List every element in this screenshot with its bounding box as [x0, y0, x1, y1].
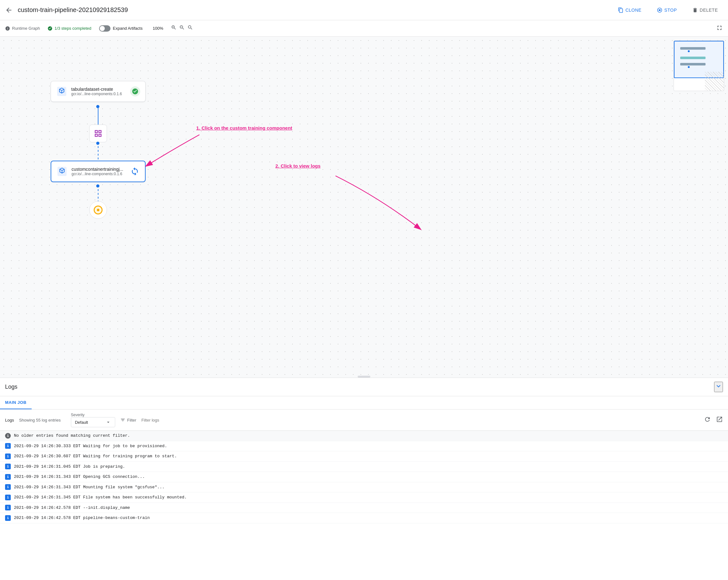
node2-icon — [56, 166, 68, 177]
node-tabulardataset[interactable]: tabulardataset-create gcr.io/...line-com… — [51, 81, 146, 102]
back-button[interactable] — [5, 6, 12, 14]
logs-tabs: MAIN JOB — [0, 396, 728, 410]
node1-sub: gcr.io/...line-components:0.1.6 — [71, 92, 126, 96]
steps-completed: 1/3 steps completed — [48, 26, 91, 31]
log-entry-0: i No older entries found matching curren… — [0, 431, 728, 441]
log-entry-8: i 2021-09-29 14:26:42.578 EDT pipeline-b… — [0, 513, 728, 523]
log-text-2: 2021-09-29 14:26:30.607 EDT Waiting for … — [14, 453, 177, 460]
delete-button[interactable]: DELETE — [687, 5, 723, 16]
log-entry-6: i 2021-09-29 14:26:31.345 EDT File syste… — [0, 492, 728, 503]
fullscreen-button[interactable] — [716, 24, 723, 32]
minimap-hatch — [705, 72, 724, 91]
log-text-7: 2021-09-29 14:26:42.578 EDT --init.displ… — [14, 505, 130, 511]
severity-label: Severity — [71, 413, 114, 417]
log-text-0: No older entries found matching current … — [14, 433, 130, 439]
node1-name: tabulardataset-create — [71, 87, 126, 92]
expand-artifacts-group: Expand Artifacts — [99, 25, 143, 32]
main-area: tabulardataset-create gcr.io/...line-com… — [0, 37, 728, 580]
node2-status — [130, 166, 140, 176]
filter-input[interactable] — [141, 418, 699, 422]
header: custom-train-pipeline-20210929182539 CLO… — [0, 0, 728, 20]
runtime-graph-label: Runtime Graph — [12, 26, 40, 31]
log-label: Logs — [5, 418, 14, 422]
connector-mid-2 — [98, 142, 99, 161]
toolbar: Runtime Graph 1/3 steps completed Expand… — [0, 20, 728, 37]
bottom-node-icon — [94, 205, 103, 214]
log-text-6: 2021-09-29 14:26:31.345 EDT File system … — [14, 494, 187, 501]
log-entry-7: i 2021-09-29 14:26:42.578 EDT --init.dis… — [0, 503, 728, 513]
resize-handle[interactable] — [358, 376, 370, 378]
logs-title: Logs — [5, 384, 18, 390]
pending-dot — [97, 209, 99, 211]
severity-select[interactable]: Default — [71, 417, 115, 427]
toolbar-right — [716, 24, 723, 32]
header-actions: CLONE STOP DELETE — [613, 5, 723, 16]
log-icon-4: i — [5, 474, 11, 480]
log-icon-2: i — [5, 453, 11, 459]
info-circle-icon: i — [5, 433, 11, 439]
dot-2 — [96, 142, 99, 145]
log-icon-6: i — [5, 495, 11, 500]
stop-label: STOP — [665, 7, 677, 12]
arrow-2 — [332, 173, 427, 236]
connector-2-bottom — [98, 185, 99, 201]
external-link-button[interactable] — [716, 416, 723, 424]
log-entry-4: i 2021-09-29 14:26:31.343 EDT Opening GC… — [0, 472, 728, 482]
zoom-level: 100% — [153, 26, 163, 31]
log-icon-1: i — [5, 443, 11, 449]
pipeline-title: custom-train-pipeline-20210929182539 — [18, 6, 613, 13]
tab-main-job[interactable]: MAIN JOB — [0, 396, 32, 409]
node1-status — [130, 86, 140, 96]
log-text-3: 2021-09-29 14:26:31.045 EDT Job is prepa… — [14, 464, 125, 470]
toggle-thumb — [100, 26, 105, 31]
minimap-inner — [674, 41, 724, 91]
log-icon-3: i — [5, 464, 11, 469]
clone-label: CLONE — [625, 7, 642, 12]
clone-button[interactable]: CLONE — [613, 5, 647, 16]
log-text-5: 2021-09-29 14:26:31.343 EDT Mounting fil… — [14, 484, 164, 491]
bottom-node[interactable] — [89, 201, 107, 219]
expand-artifacts-label: Expand Artifacts — [113, 26, 143, 31]
dot-1 — [96, 105, 99, 108]
zoom-fit-button[interactable] — [187, 25, 193, 32]
annotation-1: 1. Click on the custom training componen… — [196, 125, 292, 131]
node2-info: customcontainertrainingj... gcr.io/...li… — [72, 167, 126, 176]
zoom-in-button[interactable] — [171, 25, 177, 32]
mid-node[interactable] — [89, 125, 107, 142]
log-icon-7: i — [5, 505, 11, 510]
log-actions — [704, 416, 723, 424]
log-entry-1: i 2021-09-29 14:26:30.333 EDT Waiting fo… — [0, 441, 728, 451]
log-controls: Logs Showing 55 log entries Severity Def… — [0, 410, 728, 431]
logs-collapse-button[interactable] — [714, 382, 723, 392]
log-text-4: 2021-09-29 14:26:31.343 EDT Opening GCS … — [14, 474, 145, 480]
node-customcontainer[interactable]: customcontainertrainingj... gcr.io/...li… — [51, 161, 146, 182]
expand-artifacts-toggle[interactable] — [99, 25, 110, 32]
annotation-2: 2. Click to view logs — [276, 163, 321, 169]
log-entry-5: i 2021-09-29 14:26:31.343 EDT Mounting f… — [0, 482, 728, 493]
connector-1-mid — [98, 106, 99, 125]
node1-info: tabulardataset-create gcr.io/...line-com… — [71, 87, 126, 96]
runtime-graph-item[interactable]: Runtime Graph — [5, 26, 40, 31]
filter-label: Filter — [127, 418, 136, 422]
log-icon-8: i — [5, 515, 11, 521]
log-text-1: 2021-09-29 14:26:30.333 EDT Waiting for … — [14, 443, 167, 449]
zoom-controls — [171, 25, 193, 32]
minimap — [674, 40, 724, 91]
filter-button[interactable]: Filter — [120, 417, 136, 422]
logs-panel: Logs MAIN JOB Logs Showing 55 log entrie… — [0, 378, 728, 580]
refresh-button[interactable] — [704, 416, 711, 424]
log-entry-3: i 2021-09-29 14:26:31.045 EDT Job is pre… — [0, 462, 728, 472]
dot-3 — [96, 184, 99, 188]
log-count: Showing 55 log entries — [19, 418, 61, 422]
arrow-1 — [139, 132, 203, 176]
log-entry-2: i 2021-09-29 14:26:30.607 EDT Waiting fo… — [0, 451, 728, 462]
node2-sub: gcr.io/...line-components:0.1.6 — [72, 172, 126, 176]
logs-header: Logs — [0, 378, 728, 396]
steps-completed-label: 1/3 steps completed — [54, 26, 91, 31]
canvas-area[interactable]: tabulardataset-create gcr.io/...line-com… — [0, 37, 728, 378]
stop-button[interactable]: STOP — [652, 5, 682, 16]
severity-group: Severity Default — [71, 413, 115, 427]
node1-icon — [56, 86, 68, 97]
zoom-out-button[interactable] — [179, 25, 185, 32]
log-entries[interactable]: i No older entries found matching curren… — [0, 431, 728, 580]
